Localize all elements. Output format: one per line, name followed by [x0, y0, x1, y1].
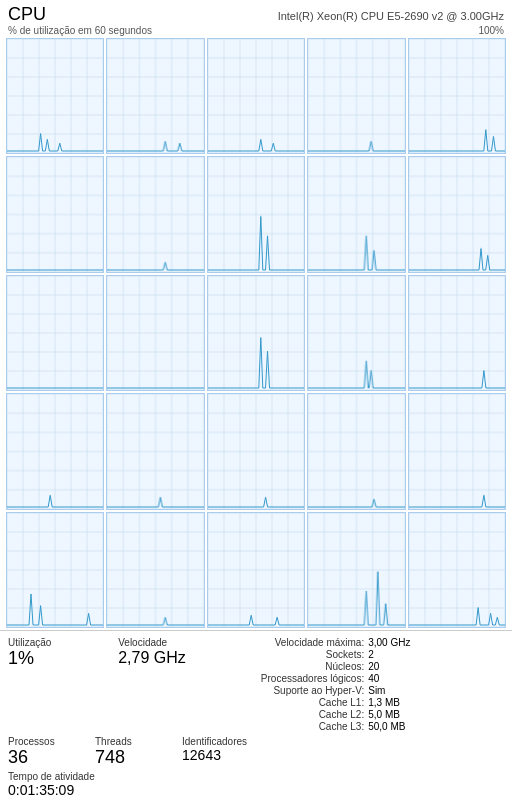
cpu-graph-6 [106, 156, 204, 272]
right-stats: Velocidade máxima: 3,00 GHz Sockets: 2 N… [228, 637, 504, 732]
processos-value: 36 [8, 747, 95, 769]
utilizacao-value: 1% [8, 648, 118, 670]
nucleos-value: 20 [368, 661, 504, 672]
tempo-label: Tempo de atividade [8, 771, 504, 782]
cache-l1-label: Cache L1: [228, 697, 364, 708]
cpu-graph-19 [408, 393, 506, 509]
sockets-value: 2 [368, 649, 504, 660]
cpu-graph-21 [106, 512, 204, 628]
cpu-graph-17 [207, 393, 305, 509]
proc-logicos-value: 40 [368, 673, 504, 684]
cache-l2-value: 5,0 MB [368, 709, 504, 720]
cpu-graph-24 [408, 512, 506, 628]
cpu-graph-0 [6, 38, 104, 154]
processos-label: Processos [8, 736, 95, 747]
velocidade-label: Velocidade [118, 637, 228, 648]
cpu-graph-10 [6, 275, 104, 391]
identificadores-value: 12643 [182, 747, 286, 764]
cpu-graph-15 [6, 393, 104, 509]
cpu-graph-8 [307, 156, 405, 272]
proc-logicos-label: Processadores lógicos: [228, 673, 364, 684]
velocidade-value: 2,79 GHz [118, 648, 228, 667]
threads-label: Threads [95, 736, 182, 747]
velocidade-maxima-value: 3,00 GHz [368, 637, 504, 648]
cpu-graph-9 [408, 156, 506, 272]
cpu-graph-20 [6, 512, 104, 628]
cpu-graph-4 [408, 38, 506, 154]
cpu-graph-11 [106, 275, 204, 391]
cache-l1-value: 1,3 MB [368, 697, 504, 708]
identificadores-label: Identificadores [182, 736, 286, 747]
cache-l3-value: 50,0 MB [368, 721, 504, 732]
nucleos-label: Núcleos: [228, 661, 364, 672]
cpu-graph-1 [106, 38, 204, 154]
y-axis-max: 100% [478, 25, 504, 36]
cpu-graph-7 [207, 156, 305, 272]
cpu-graph-23 [307, 512, 405, 628]
utilizacao-label: Utilização [8, 637, 118, 648]
cpu-graph-3 [307, 38, 405, 154]
cpu-name: Intel(R) Xeon(R) CPU E5-2690 v2 @ 3.00GH… [278, 10, 504, 22]
tempo-value: 0:01:35:09 [8, 782, 504, 798]
hyper-v-value: Sim [368, 685, 504, 696]
velocidade-maxima-label: Velocidade máxima: [228, 637, 364, 648]
cpu-graph-18 [307, 393, 405, 509]
cache-l3-label: Cache L3: [228, 721, 364, 732]
cpu-graphs-grid [0, 38, 512, 628]
y-axis-label: % de utilização em 60 segundos [8, 25, 152, 36]
cpu-graph-13 [307, 275, 405, 391]
cpu-graph-2 [207, 38, 305, 154]
cpu-graph-16 [106, 393, 204, 509]
stats-container: Utilização 1% Velocidade 2,79 GHz Veloci… [0, 630, 512, 802]
cpu-graph-14 [408, 275, 506, 391]
cpu-graph-5 [6, 156, 104, 272]
page-title: CPU [8, 4, 46, 25]
threads-value: 748 [95, 747, 182, 769]
sockets-label: Sockets: [228, 649, 364, 660]
cache-l2-label: Cache L2: [228, 709, 364, 720]
cpu-graph-12 [207, 275, 305, 391]
hyper-v-label: Suporte ao Hyper-V: [228, 685, 364, 696]
cpu-graph-22 [207, 512, 305, 628]
